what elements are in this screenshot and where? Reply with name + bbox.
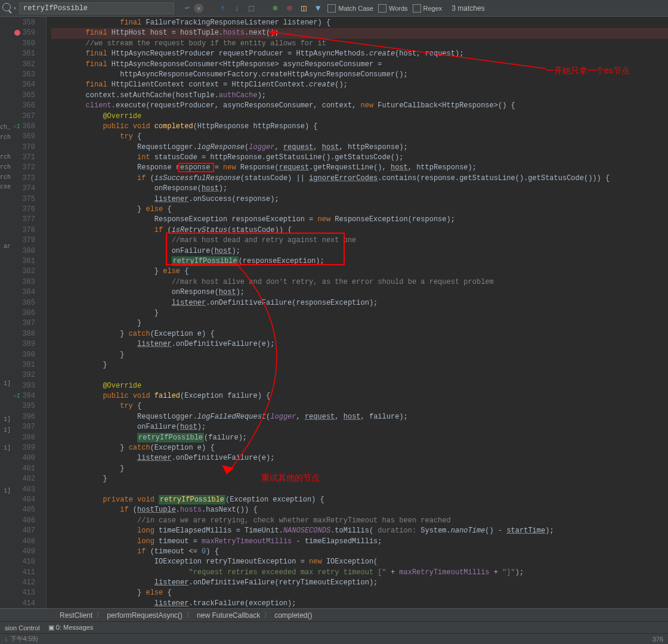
close-icon[interactable]: ✕ (194, 4, 203, 13)
code-line[interactable]: final HttpAsyncResponseConsumer<HttpResp… (51, 60, 668, 70)
code-line[interactable]: public void completed(HttpResponse httpR… (51, 122, 668, 132)
line-number[interactable]: 370 (12, 143, 46, 153)
line-number[interactable]: 410 (12, 557, 46, 567)
code-line[interactable]: if (isSuccessfulResponse(statusCode) || … (51, 174, 668, 184)
code-line[interactable]: } else { (51, 588, 668, 598)
code-line[interactable]: client.execute(requestProducer, asyncRes… (51, 101, 668, 111)
code-line[interactable]: if (timeout <= 0) { (51, 547, 668, 557)
code-line[interactable]: } (51, 350, 668, 360)
line-number[interactable]: 414 (12, 599, 46, 609)
override-gutter-icon[interactable]: ○I (13, 391, 20, 401)
code-line[interactable]: httpAsyncResponseConsumerFactory.createH… (51, 70, 668, 80)
line-number[interactable]: 373 (12, 174, 46, 184)
code-line[interactable]: "request retries exceeded max retry time… (51, 568, 668, 578)
words-checkbox[interactable]: Words (378, 4, 408, 13)
tool-window-bar[interactable]: sion Control ▣ 0: Messages (0, 621, 668, 633)
select-all-occ-icon[interactable]: ◫ (299, 4, 308, 13)
code-line[interactable]: long timeout = maxRetryTimeoutMillis - t… (51, 537, 668, 547)
code-line[interactable]: final HttpHost host = hostTuple.hosts.ne… (51, 28, 668, 38)
line-number[interactable]: 365 (12, 91, 46, 101)
code-line[interactable]: listener.onDefinitiveFailure(responseExc… (51, 298, 668, 308)
line-number[interactable]: 366 (12, 101, 46, 111)
code-line[interactable]: } (51, 474, 668, 484)
line-number[interactable]: 393 (12, 381, 46, 391)
match-case-checkbox[interactable]: Match Case (327, 4, 373, 13)
code-line[interactable]: } catch(Exception e) { (51, 443, 668, 453)
line-number[interactable]: 376 (12, 205, 46, 215)
code-line[interactable]: try { (51, 132, 668, 142)
line-number[interactable]: 397 (12, 422, 46, 432)
messages-tab[interactable]: ▣ 0: Messages (48, 624, 93, 631)
line-number[interactable]: 371 (12, 153, 46, 163)
line-number[interactable]: 363 (12, 70, 46, 80)
line-number[interactable]: 390 (12, 350, 46, 360)
code-line[interactable]: } (51, 464, 668, 474)
code-line[interactable]: IOException retryTimeoutException = new … (51, 557, 668, 567)
line-number[interactable]: 392 (12, 370, 46, 380)
code-line[interactable]: final HttpAsyncRequestProducer requestPr… (51, 49, 668, 59)
bc-item[interactable]: new FutureCallback (197, 611, 260, 620)
code-line[interactable]: RequestLogger.logResponse(logger, reques… (51, 143, 668, 153)
prev-nav-icon[interactable]: ↩ (185, 4, 189, 13)
line-number[interactable]: 411 (12, 568, 46, 578)
line-gutter[interactable]: 3583593603613623633643653663673683693703… (12, 17, 47, 619)
code-line[interactable]: } else { (51, 267, 668, 277)
line-number[interactable]: 400 (12, 453, 46, 463)
line-number[interactable]: 407 (12, 526, 46, 536)
code-line[interactable]: try { (51, 401, 668, 411)
line-number[interactable]: 374 (12, 184, 46, 194)
line-number[interactable]: 404 (12, 495, 46, 505)
code-line[interactable] (51, 485, 668, 495)
code-line[interactable]: } (51, 308, 668, 318)
line-number[interactable]: 372 (12, 163, 46, 173)
code-line[interactable]: public void failed(Exception failure) { (51, 391, 668, 401)
line-number[interactable]: 364 (12, 80, 46, 90)
code-line[interactable]: long timeElapsedMillis = TimeUnit.NANOSE… (51, 526, 668, 536)
next-match-icon[interactable]: ↓ (232, 4, 242, 13)
code-line[interactable]: retryIfPossible(failure); (51, 433, 668, 443)
line-number[interactable]: 403 (12, 485, 46, 495)
code-line[interactable]: private void retryIfPossible(Exception e… (51, 495, 668, 505)
line-number[interactable]: 389 (12, 339, 46, 349)
line-number[interactable]: 369 (12, 132, 46, 142)
code-line[interactable]: onResponse(host); (51, 184, 668, 194)
add-selection-icon[interactable]: ⊕ (270, 4, 280, 13)
prev-match-icon[interactable]: ↑ (218, 4, 227, 13)
line-number[interactable]: 412 (12, 578, 46, 588)
code-line[interactable]: ResponseException responseException = ne… (51, 215, 668, 225)
code-line[interactable]: if (hostTuple.hosts.hasNext()) { (51, 505, 668, 515)
line-number[interactable]: 406 (12, 516, 46, 526)
bc-item[interactable]: RestClient (60, 611, 92, 620)
line-number[interactable]: 383 (12, 277, 46, 287)
code-line[interactable]: //we stream the request body if the enti… (51, 39, 668, 49)
line-number[interactable]: 382 (12, 267, 46, 277)
bc-item[interactable]: performRequestAsync() (107, 611, 183, 620)
line-number[interactable]: 377 (12, 215, 46, 225)
breadcrumb[interactable]: RestClient〉 performRequestAsync()〉 new F… (0, 608, 668, 621)
line-number[interactable]: 378 (12, 225, 46, 236)
code-line[interactable]: final HttpClientContext context = HttpCl… (51, 80, 668, 90)
code-line[interactable]: Response response = new Response(request… (51, 163, 668, 173)
line-number[interactable]: 386 (12, 308, 46, 318)
code-line[interactable]: listener.onDefinitiveFailure(retryTimeou… (51, 578, 668, 588)
line-number[interactable]: 399 (12, 443, 46, 453)
line-number[interactable]: 409 (12, 547, 46, 557)
code-line[interactable]: } else { (51, 205, 668, 215)
code-line[interactable]: final FailureTrackingResponseListener li… (51, 18, 668, 28)
line-number[interactable]: 380 (12, 246, 46, 256)
code-line[interactable]: } catch(Exception e) { (51, 329, 668, 339)
code-line[interactable]: listener.onSuccess(response); (51, 194, 668, 205)
code-line[interactable]: listener.onDefinitiveFailure(e); (51, 339, 668, 349)
code-line[interactable]: if (isRetryStatus(statusCode)) { (51, 225, 668, 236)
code-line[interactable] (51, 370, 668, 380)
search-input[interactable] (19, 2, 174, 14)
code-line[interactable]: onFailure(host); (51, 422, 668, 432)
version-control-tab[interactable]: sion Control (5, 624, 40, 631)
line-number[interactable]: 396 (12, 412, 46, 422)
code-line[interactable]: } (51, 318, 668, 329)
line-number[interactable]: 381 (12, 256, 46, 267)
line-number[interactable]: 395 (12, 401, 46, 411)
line-number[interactable]: 360 (12, 39, 46, 49)
code-line[interactable]: @Override (51, 112, 668, 122)
code-editor[interactable]: final FailureTrackingResponseListener li… (47, 17, 668, 619)
